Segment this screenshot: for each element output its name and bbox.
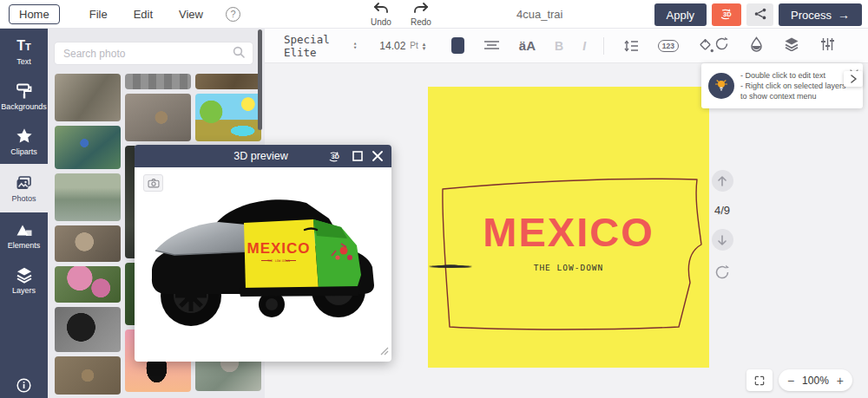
photo-tile-lake-willow[interactable] xyxy=(55,173,121,221)
menu-view[interactable]: View xyxy=(179,8,203,21)
menu-bar: File Edit View xyxy=(89,8,203,21)
home-button[interactable]: Home xyxy=(9,4,60,24)
opacity-button[interactable] xyxy=(750,36,763,55)
sidebar-item-cliparts[interactable]: Cliparts xyxy=(0,119,48,164)
design-subtitle-row: THE LOW-DOWN xyxy=(428,263,709,272)
design-app: Home File Edit View ? Undo Redo 4cua_tra… xyxy=(0,0,868,398)
sidebar-item-photos[interactable]: Photos xyxy=(0,164,48,212)
photo-tile-black-bird[interactable] xyxy=(55,307,121,352)
text-color-swatch[interactable] xyxy=(451,37,464,54)
preview-title: 3D preview xyxy=(135,150,326,162)
cliparts-icon xyxy=(16,127,33,146)
search-icon xyxy=(233,46,253,62)
3d-preview-window[interactable]: 3D preview 3D xyxy=(135,145,391,362)
object-tools xyxy=(714,36,835,55)
hint-tooltip: - Double click to edit text - Right clic… xyxy=(701,63,863,108)
svg-text:3D: 3D xyxy=(332,153,339,160)
sidebar-item-label: Text xyxy=(16,57,31,66)
info-icon[interactable] xyxy=(0,378,48,393)
lightbulb-icon xyxy=(708,73,734,99)
document-title: 4cua_trai xyxy=(516,8,562,21)
photo-tile-cartoon-landscape[interactable] xyxy=(195,94,261,141)
align-center-button[interactable] xyxy=(483,40,500,52)
svg-text:MEXICO: MEXICO xyxy=(247,240,310,257)
zoom-level: 100% xyxy=(802,375,829,387)
line-height-button[interactable] xyxy=(623,39,639,53)
sidebar-item-text[interactable]: TTText xyxy=(0,29,48,74)
resize-handle[interactable] xyxy=(380,343,389,359)
zoom-in-button[interactable]: + xyxy=(837,374,844,388)
sidebar-item-layers[interactable]: Layers xyxy=(0,258,48,303)
sidebar-item-label: Layers xyxy=(12,286,36,295)
hint-text: - Double click to edit text - Right clic… xyxy=(740,70,846,101)
search-box xyxy=(55,42,253,64)
photo-tile-squirrel-on-bench[interactable] xyxy=(55,225,121,262)
italic-button[interactable]: I xyxy=(582,39,586,53)
sidebar-item-label: Photos xyxy=(11,194,36,203)
hint-next-button[interactable] xyxy=(844,71,863,87)
3d-car-model[interactable]: MEXICO THE LOW-DOWN xyxy=(135,167,391,362)
3d-rotate-icon[interactable]: 3D xyxy=(326,149,343,164)
rotate-button[interactable] xyxy=(714,36,729,55)
svg-text:3D: 3D xyxy=(723,10,732,18)
help-icon[interactable]: ? xyxy=(226,7,240,22)
photo-tile-wood-planks[interactable] xyxy=(125,74,191,89)
design-subtitle-text[interactable]: THE LOW-DOWN xyxy=(534,263,604,272)
sidebar-item-backgrounds[interactable]: Backgrounds xyxy=(0,74,48,119)
bold-button[interactable]: B xyxy=(555,39,563,53)
photo-tile-leaf-ground[interactable] xyxy=(195,74,261,89)
photo-tile-bird-on-fence[interactable] xyxy=(55,74,121,121)
search-input[interactable] xyxy=(55,48,233,60)
toolbar-divider xyxy=(603,37,604,55)
page-indicator: 4/9 xyxy=(714,204,730,217)
settings-sliders-button[interactable] xyxy=(820,37,835,55)
redo-button[interactable]: Redo xyxy=(411,2,431,27)
3d-toggle-button[interactable]: 3D xyxy=(712,3,741,26)
page-up-button[interactable] xyxy=(712,170,733,192)
page-navigation: 4/9 xyxy=(709,170,735,284)
sidebar-item-elements[interactable]: Elements xyxy=(0,212,48,258)
numbering-button[interactable]: 123 xyxy=(658,40,679,52)
photo-tile-squirrel-in-bark[interactable] xyxy=(125,94,191,141)
apply-button[interactable]: Apply xyxy=(654,3,707,26)
fit-screen-button[interactable] xyxy=(746,369,773,391)
close-icon[interactable] xyxy=(372,151,383,161)
photo-tile-peacock[interactable] xyxy=(55,126,121,169)
process-button[interactable]: Process → xyxy=(779,3,862,26)
sidebar-item-label: Elements xyxy=(8,241,41,250)
history-controls: Undo Redo xyxy=(371,2,431,27)
chevron-updown-icon: ▴▾ xyxy=(353,42,357,50)
share-button[interactable] xyxy=(746,3,773,26)
chevron-updown-icon: ▴▾ xyxy=(423,42,426,50)
elements-icon xyxy=(15,220,33,239)
top-header: Home File Edit View ? Undo Redo 4cua_tra… xyxy=(0,0,868,29)
design-canvas[interactable]: MEXICO THE LOW-DOWN xyxy=(428,87,709,368)
photo-tile-ground-bird[interactable] xyxy=(55,356,121,395)
zoom-controls: − 100% + xyxy=(746,369,852,391)
photos-icon xyxy=(15,173,33,192)
rotate-page-icon[interactable] xyxy=(714,264,730,284)
share-icon xyxy=(753,7,767,23)
font-family-select[interactable]: Special Elite ▴▾ xyxy=(284,33,357,59)
page-down-button[interactable] xyxy=(712,229,733,251)
panel-scrollbar[interactable] xyxy=(258,29,262,130)
undo-icon xyxy=(373,2,389,17)
3d-rotate-icon: 3D xyxy=(718,6,735,24)
maximize-icon[interactable] xyxy=(352,151,363,161)
preview-titlebar[interactable]: 3D preview 3D xyxy=(135,145,391,167)
undo-button[interactable]: Undo xyxy=(371,2,391,27)
menu-edit[interactable]: Edit xyxy=(134,8,153,21)
text-case-button[interactable]: äA xyxy=(519,38,536,53)
redo-icon xyxy=(413,2,429,17)
photo-tile-pink-flowers[interactable] xyxy=(55,266,121,303)
sidebar-item-label: Cliparts xyxy=(10,147,37,156)
design-title-text[interactable]: MEXICO xyxy=(428,208,709,256)
zoom-out-button[interactable]: − xyxy=(787,374,794,388)
fill-color-button[interactable] xyxy=(698,38,714,53)
sidebar-item-label: Backgrounds xyxy=(1,102,47,111)
text-icon: TT xyxy=(16,36,31,55)
menu-file[interactable]: File xyxy=(89,8,108,21)
arrow-right-icon: → xyxy=(838,8,850,22)
font-size-control[interactable]: 14.02 Pt ▴▾ xyxy=(379,40,425,52)
layers-order-button[interactable] xyxy=(784,36,799,55)
